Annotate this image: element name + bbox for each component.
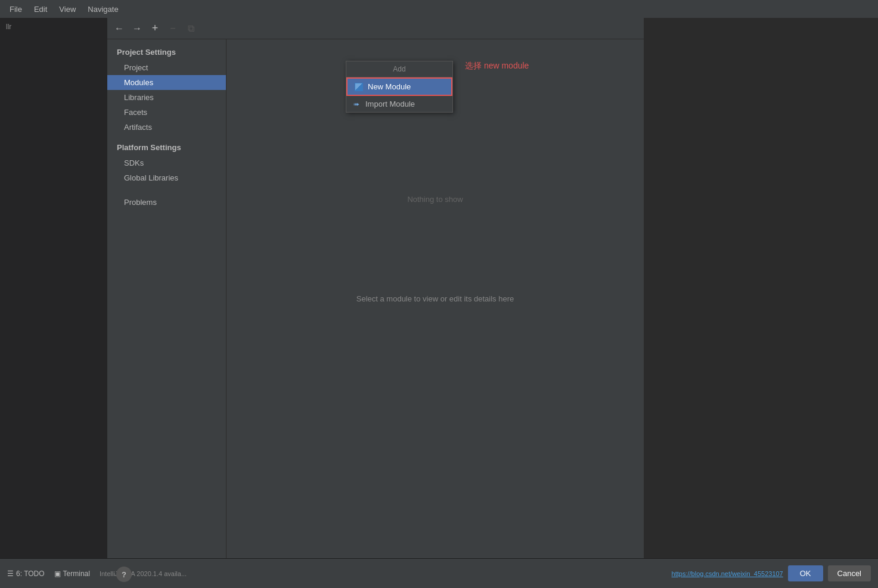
nav-panel: Project Settings Project Modules Librari… (107, 39, 227, 558)
nav-sdks[interactable]: SDKs (107, 155, 226, 170)
import-module-label: Import Module (365, 99, 415, 108)
nav-global-libraries[interactable]: Global Libraries (107, 170, 226, 185)
todo-button[interactable]: ☰ 6: TODO (7, 570, 45, 578)
copy-button[interactable]: ⧉ (184, 21, 198, 36)
dropdown-new-module[interactable]: New Module (346, 77, 452, 96)
status-left: ☰ 6: TODO ▣ Terminal IntelliJ IDEA 2020.… (7, 570, 187, 578)
menu-file[interactable]: File (5, 2, 27, 16)
nav-facets[interactable]: Facets (107, 105, 226, 120)
nav-modules[interactable]: Modules (107, 75, 226, 90)
nav-artifacts[interactable]: Artifacts (107, 120, 226, 135)
forward-button[interactable]: → (130, 21, 144, 36)
cancel-button[interactable]: Cancel (828, 565, 871, 581)
menu-bar: File Edit View Navigate (0, 0, 878, 18)
content-panel: Add New Module ➠ Import Module 选择 new mo… (227, 39, 644, 558)
dropdown-menu: Add New Module ➠ Import Module (346, 61, 453, 113)
idea-status: IntelliJ IDEA 2020.1.4 availa... (100, 570, 187, 577)
remove-button[interactable]: − (166, 21, 180, 36)
dialog-body: Project Settings Project Modules Librari… (107, 39, 644, 558)
project-settings-dialog: ← → + − ⧉ Project Settings Project Modul… (107, 18, 644, 558)
add-button[interactable]: + (148, 21, 162, 36)
annotation-text: 选择 new module (465, 61, 529, 71)
app-sidebar-label: llr (0, 18, 107, 36)
menu-navigate[interactable]: Navigate (83, 2, 123, 16)
nav-project[interactable]: Project (107, 60, 226, 75)
new-module-label: New Module (368, 82, 411, 91)
dropdown-header: Add (346, 61, 452, 77)
platform-settings-header: Platform Settings (107, 139, 226, 155)
nothing-to-show-text: Nothing to show (407, 195, 463, 204)
help-button[interactable]: ? (116, 567, 132, 582)
project-settings-header: Project Settings (107, 44, 226, 60)
dropdown-import-module[interactable]: ➠ Import Module (346, 96, 452, 112)
nav-libraries[interactable]: Libraries (107, 90, 226, 105)
module-hint-text: Select a module to view or edit its deta… (356, 294, 514, 303)
menu-edit[interactable]: Edit (29, 2, 52, 16)
terminal-icon: ▣ (54, 570, 61, 578)
menu-view[interactable]: View (54, 2, 80, 16)
todo-icon: ☰ (7, 570, 14, 578)
status-right: https://blog.csdn.net/weixin_45523107 OK… (672, 565, 871, 581)
terminal-button[interactable]: ▣ Terminal (54, 570, 90, 578)
dropdown-overlay: Add New Module ➠ Import Module (346, 61, 453, 113)
dialog-toolbar: ← → + − ⧉ (107, 18, 644, 39)
terminal-label: Terminal (63, 570, 90, 578)
nav-problems[interactable]: Problems (107, 195, 226, 210)
ok-button[interactable]: OK (788, 565, 823, 581)
app-sidebar: llr (0, 18, 107, 558)
new-module-icon (355, 83, 363, 91)
back-button[interactable]: ← (112, 21, 126, 36)
import-module-icon: ➠ (353, 100, 362, 108)
url-link[interactable]: https://blog.csdn.net/weixin_45523107 (672, 570, 783, 577)
todo-label: 6: TODO (16, 570, 45, 578)
